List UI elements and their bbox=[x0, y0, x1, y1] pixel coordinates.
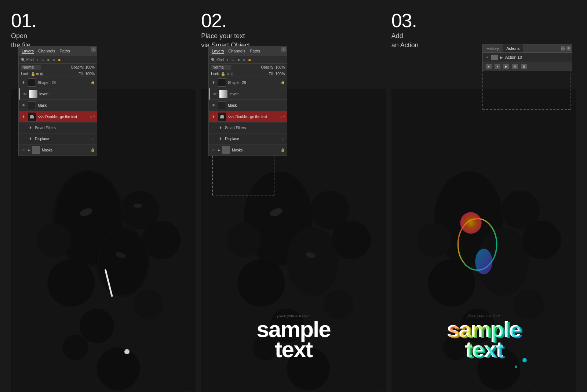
thumb-mask-1 bbox=[28, 101, 36, 109]
eye-icon-invert-1[interactable]: 👁 bbox=[22, 91, 28, 96]
eye-icon-msk-2[interactable]: 👁 bbox=[211, 103, 216, 108]
layer-mask-2[interactable]: 👁 Mask bbox=[209, 100, 287, 111]
arrow-smart-1: ⌂ ^ bbox=[90, 115, 95, 118]
toolbar-stop-3[interactable]: ■ bbox=[486, 64, 492, 69]
label-s28-2: Shape - 28 bbox=[228, 81, 279, 85]
eye-icon-1[interactable]: 👁 bbox=[21, 80, 26, 85]
svg-point-41 bbox=[460, 212, 482, 234]
layer-smart-2[interactable]: 👁 <<< Double...ge the text ⌂ ^ bbox=[209, 111, 287, 122]
fill-label-2: Fill: 100% bbox=[269, 72, 285, 76]
layer-shape28-1[interactable]: 👁 Shape - 28 🔒 bbox=[19, 77, 97, 88]
tab-channels-1[interactable]: Channels bbox=[38, 49, 55, 53]
icon-type: ⊕ bbox=[52, 58, 56, 62]
action-row-3[interactable]: ✓ ▶ Action 10 bbox=[483, 53, 572, 62]
layer-shape28-2[interactable]: 👁 Shape - 28 🔒 bbox=[209, 77, 287, 88]
layer-smartfilters-1: 👁 Smart Filters bbox=[19, 122, 97, 133]
eye-icon-mask-1[interactable]: 👁 bbox=[21, 103, 26, 108]
thumb-shape28-1 bbox=[28, 78, 36, 87]
panel-corner-btns: ≡ bbox=[90, 46, 97, 53]
eye-sf-2[interactable]: 👁 bbox=[218, 125, 223, 131]
label-invert-1: Invert bbox=[39, 92, 95, 96]
tab-paths-2[interactable]: Paths bbox=[250, 49, 260, 53]
tab-actions-3[interactable]: Actions bbox=[503, 44, 523, 52]
sample-text-display-3: sampletext sampletext bbox=[446, 319, 521, 359]
layer-sf-2: 👁 Smart Filters bbox=[209, 122, 287, 133]
action-name-3: Action 10 bbox=[505, 55, 569, 59]
svg-point-18 bbox=[287, 227, 338, 296]
layer-masks-1[interactable]: 👁 ▶ Masks 🔒 bbox=[19, 144, 97, 156]
eye-dis-2[interactable]: 👁 bbox=[218, 136, 223, 142]
tab-paths-1[interactable]: Paths bbox=[60, 49, 70, 53]
eye-icon-masks-1[interactable]: 👁 bbox=[21, 147, 26, 153]
layer-dis-2: 👁 Displace ⊟ bbox=[209, 133, 287, 144]
thumb-invert-1 bbox=[29, 90, 37, 98]
lock-s28-2: 🔒 bbox=[281, 81, 285, 84]
panel-controls-3: ▷▷ ⊠ bbox=[560, 45, 572, 52]
svg-point-8 bbox=[97, 348, 140, 391]
toolbar-new-3[interactable]: ⊞ bbox=[512, 64, 518, 69]
step-2: 02. Place your textvia Smart Object ≡ La… bbox=[201, 11, 386, 392]
panel-btn-2[interactable]: ≡ bbox=[281, 47, 286, 52]
step-2-number: 02. bbox=[201, 11, 386, 30]
blend-bar-2: Normal Opacity: 100% bbox=[209, 64, 287, 71]
lock-bar-2: Lock: 🔒 ⊕ ⊞ Fill: 100% bbox=[209, 71, 287, 77]
panel-header-2: Layers Channels Paths ≡ bbox=[209, 46, 287, 56]
lock-bar-1: Lock: 🔒 ⊕ ⊞ Fill: 100% bbox=[19, 71, 97, 77]
eye-icon-smart-1[interactable]: 👁 bbox=[21, 114, 26, 119]
win-btn-1-3[interactable]: ▷▷ bbox=[561, 46, 565, 51]
action-arrow-3[interactable]: ▶ bbox=[500, 55, 503, 59]
toolbar-record-3[interactable]: ● bbox=[495, 64, 500, 69]
panel-btn-1[interactable]: ≡ bbox=[91, 47, 96, 52]
tab-layers-2[interactable]: Layers bbox=[212, 49, 224, 54]
search-label-2: 🔍 Kind bbox=[211, 58, 224, 62]
layer-smart-1[interactable]: 👁 <<< Double...ge the text ⌂ ^ bbox=[19, 111, 97, 122]
actions-panel-3: History Actions ▷▷ ⊠ ✓ ▶ Action 10 ■ ● bbox=[482, 44, 572, 71]
panel-header-1: Layers Channels Paths ≡ bbox=[19, 46, 97, 56]
step-2-header: 02. Place your textvia Smart Object bbox=[201, 11, 386, 50]
eye-icon-inv-2[interactable]: 👁 bbox=[212, 91, 218, 96]
eye-mks-2[interactable]: 👁 bbox=[211, 147, 216, 153]
tab-history-3[interactable]: History bbox=[483, 44, 503, 52]
sample-text-2: place your text here sampletext bbox=[256, 314, 331, 359]
blend-mode-2[interactable]: Normal bbox=[211, 65, 231, 70]
search-bar-2: 🔍 Kind T ⊡ ◈ ⊕ ● bbox=[209, 56, 287, 64]
toolbar-play-3[interactable]: ▶ bbox=[503, 64, 509, 69]
tab-channels-2[interactable]: Channels bbox=[228, 49, 245, 53]
thumb-masks-1 bbox=[32, 146, 40, 154]
icon-fx: ⊡ bbox=[41, 58, 45, 62]
blend-mode-1[interactable]: Normal bbox=[21, 65, 41, 70]
eye-icon-displace-1[interactable]: 👁 bbox=[28, 136, 33, 142]
eye-icon-sm-2[interactable]: 👁 bbox=[211, 114, 216, 119]
toolbar-delete-3[interactable]: 🗑 bbox=[521, 64, 527, 69]
eye-icon-filters-1[interactable]: 👁 bbox=[28, 125, 33, 131]
colorful-text-overlay: sampletext bbox=[448, 320, 522, 360]
label-displace-1: Displace bbox=[35, 137, 90, 141]
lock-mks-2: 🔒 bbox=[281, 148, 285, 152]
layer-mks-2[interactable]: 👁 ▶ Masks 🔒 bbox=[209, 144, 287, 156]
layer-mask-1[interactable]: 👁 Mask bbox=[19, 100, 97, 111]
svg-point-2 bbox=[97, 227, 148, 296]
eye-icon-s28-2[interactable]: 👁 bbox=[211, 80, 216, 85]
action-color-3 bbox=[491, 55, 498, 60]
thumb-mks-2 bbox=[222, 146, 230, 154]
lock-masks-1: 🔒 bbox=[91, 148, 95, 152]
win-btn-2-3[interactable]: ⊠ bbox=[566, 46, 571, 51]
label-sf-2: Smart Filters bbox=[225, 126, 285, 130]
layer-invert-2[interactable]: 👁 Invert bbox=[209, 88, 287, 100]
svg-point-38 bbox=[417, 223, 452, 257]
displace-icon-1: ⊟ bbox=[92, 137, 95, 141]
tab-layers-1[interactable]: Layers bbox=[22, 49, 34, 54]
icon-adj: ◈ bbox=[46, 58, 51, 62]
svg-point-43 bbox=[522, 358, 527, 363]
label-mask-1: Mask bbox=[38, 103, 95, 107]
action-check-3: ✓ bbox=[486, 55, 489, 60]
panel-corner-btns-2: ≡ bbox=[280, 46, 287, 53]
blend-bar-1: Normal Opacity: 100% bbox=[19, 64, 97, 71]
tool-icons-1: T ⊡ ◈ ⊕ ● bbox=[35, 58, 62, 62]
sample-text-display-2: sampletext bbox=[256, 319, 331, 359]
layer-invert-1[interactable]: 👁 Invert bbox=[19, 88, 97, 100]
label-dis-2: Displace bbox=[225, 137, 280, 141]
icon-fx-2: ⊡ bbox=[231, 58, 235, 62]
thumb-s28-2 bbox=[218, 78, 226, 87]
step-3-number: 03. bbox=[391, 11, 576, 30]
